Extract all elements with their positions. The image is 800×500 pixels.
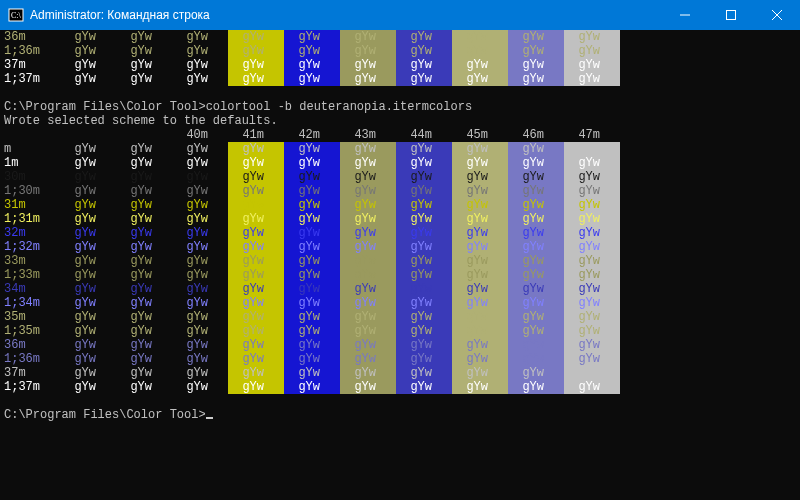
color-row: 1;37m gYw gYw gYw gYw gYw gYw gYw gYw gY… (4, 72, 796, 86)
row-label: 1;37m (4, 72, 60, 86)
row-label: 35m (4, 310, 60, 324)
sample-cell: gYw (340, 282, 396, 296)
row-label: 36m (4, 30, 60, 44)
color-row: 1;36m gYw gYw gYw gYw gYw gYw gYw gYw gY… (4, 352, 796, 366)
sample-cell: gYw (116, 240, 172, 254)
column-header: 43m (340, 128, 396, 142)
sample-cell: gYw (340, 170, 396, 184)
terminal-output[interactable]: 36m gYw gYw gYw gYw gYw gYw gYw gYw gYw … (0, 30, 800, 500)
sample-cell: gYw (172, 310, 228, 324)
svg-rect-3 (727, 11, 736, 20)
sample-cell: gYw (172, 58, 228, 72)
color-row: m gYw gYw gYw gYw gYw gYw gYw gYw gYw gY… (4, 142, 796, 156)
sample-cell: gYw (60, 58, 116, 72)
sample-cell: gYw (228, 212, 284, 226)
sample-cell: gYw (172, 72, 228, 86)
sample-cell: gYw (508, 254, 564, 268)
sample-cell: gYw (60, 170, 116, 184)
sample-cell: gYw (508, 212, 564, 226)
sample-cell: gYw (284, 142, 340, 156)
sample-cell: gYw (60, 72, 116, 86)
color-row: 1;33m gYw gYw gYw gYw gYw gYw gYw gYw gY… (4, 268, 796, 282)
sample-cell: gYw (340, 366, 396, 380)
sample-cell: gYw (396, 380, 452, 394)
sample-cell: gYw (452, 380, 508, 394)
sample-cell: gYw (116, 226, 172, 240)
sample-cell: gYw (116, 212, 172, 226)
sample-cell: gYw (228, 254, 284, 268)
column-header: 41m (228, 128, 284, 142)
sample-cell: gYw (228, 198, 284, 212)
sample-cell: gYw (284, 296, 340, 310)
column-header: 47m (564, 128, 620, 142)
color-row: 33m gYw gYw gYw gYw gYw gYw gYw gYw gYw … (4, 254, 796, 268)
sample-cell: gYw (228, 226, 284, 240)
sample-cell: gYw (508, 184, 564, 198)
sample-cell: gYw (452, 58, 508, 72)
sample-cell: gYw (396, 184, 452, 198)
sample-cell: gYw (172, 170, 228, 184)
maximize-button[interactable] (708, 0, 754, 30)
sample-cell: gYw (60, 198, 116, 212)
sample-cell: gYw (340, 156, 396, 170)
sample-cell: gYw (508, 296, 564, 310)
sample-cell: gYw (452, 296, 508, 310)
sample-cell: gYw (452, 226, 508, 240)
sample-cell: gYw (116, 58, 172, 72)
minimize-button[interactable] (662, 0, 708, 30)
sample-cell: gYw (172, 268, 228, 282)
sample-cell: gYw (396, 44, 452, 58)
sample-cell: gYw (340, 198, 396, 212)
sample-cell: gYw (60, 268, 116, 282)
sample-cell: gYw (396, 282, 452, 296)
sample-cell: gYw (452, 30, 508, 44)
sample-cell: gYw (452, 240, 508, 254)
sample-cell: gYw (340, 296, 396, 310)
sample-cell: gYw (228, 352, 284, 366)
row-label: 1m (4, 156, 60, 170)
sample-cell: gYw (396, 212, 452, 226)
sample-cell: gYw (452, 268, 508, 282)
sample-cell: gYw (396, 198, 452, 212)
prompt-line[interactable]: C:\Program Files\Color Tool> (4, 408, 796, 422)
row-label: 1;36m (4, 44, 60, 58)
sample-cell: gYw (340, 380, 396, 394)
sample-cell: gYw (116, 156, 172, 170)
sample-cell: gYw (172, 198, 228, 212)
row-label: 1;34m (4, 296, 60, 310)
cmd-icon: C:\ (8, 7, 24, 23)
prompt: C:\Program Files\Color Tool> (4, 408, 206, 422)
sample-cell: gYw (116, 282, 172, 296)
header-row: 40m 41m 42m 43m 44m 45m 46m 47m (4, 128, 796, 142)
sample-cell: gYw (508, 240, 564, 254)
sample-cell: gYw (508, 268, 564, 282)
sample-cell: gYw (172, 30, 228, 44)
sample-cell: gYw (452, 156, 508, 170)
sample-cell: gYw (396, 366, 452, 380)
color-row: 1m gYw gYw gYw gYw gYw gYw gYw gYw gYw g… (4, 156, 796, 170)
sample-cell: gYw (564, 268, 620, 282)
color-row: 35m gYw gYw gYw gYw gYw gYw gYw gYw gYw … (4, 310, 796, 324)
sample-cell: gYw (284, 324, 340, 338)
sample-cell: gYw (60, 184, 116, 198)
sample-cell: gYw (60, 352, 116, 366)
color-row: 1;31m gYw gYw gYw gYw gYw gYw gYw gYw gY… (4, 212, 796, 226)
column-header: 46m (508, 128, 564, 142)
sample-cell: gYw (60, 254, 116, 268)
sample-cell: gYw (564, 254, 620, 268)
sample-cell: gYw (116, 184, 172, 198)
sample-cell: gYw (340, 184, 396, 198)
sample-cell: gYw (116, 352, 172, 366)
sample-cell: gYw (116, 296, 172, 310)
sample-cell: gYw (564, 198, 620, 212)
sample-cell: gYw (564, 338, 620, 352)
sample-cell: gYw (508, 156, 564, 170)
sample-cell: gYw (284, 282, 340, 296)
sample-cell: gYw (564, 30, 620, 44)
close-button[interactable] (754, 0, 800, 30)
sample-cell: gYw (340, 338, 396, 352)
sample-cell: gYw (340, 268, 396, 282)
sample-cell: gYw (508, 30, 564, 44)
color-row: 32m gYw gYw gYw gYw gYw gYw gYw gYw gYw … (4, 226, 796, 240)
row-label: 1;36m (4, 352, 60, 366)
